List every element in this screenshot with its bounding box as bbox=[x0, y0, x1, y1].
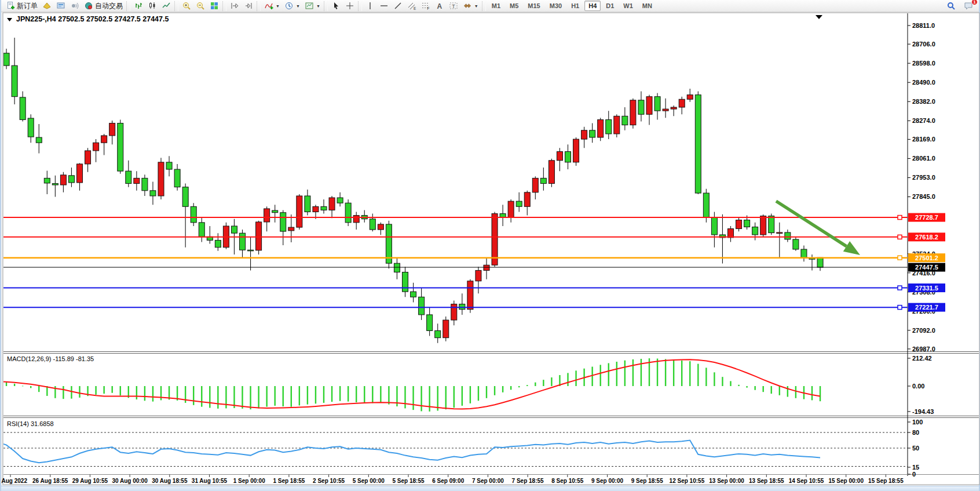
price-tick-label: 28169.0 bbox=[912, 136, 935, 143]
svg-text:E: E bbox=[414, 6, 416, 10]
rsi-tick-label: 50 bbox=[912, 445, 919, 452]
date-label: 13 Sep 18:55 bbox=[749, 478, 784, 484]
date-label: 30 Aug 18:55 bbox=[152, 478, 188, 484]
cursor-button[interactable] bbox=[329, 1, 343, 12]
autotrade-button[interactable]: 自动交易 bbox=[82, 1, 125, 12]
hline-button[interactable] bbox=[377, 1, 391, 12]
svg-text:F: F bbox=[427, 6, 429, 10]
shapes-button[interactable]: ▼ bbox=[460, 1, 481, 12]
trendline-icon bbox=[393, 1, 403, 10]
fibonacci-icon: F bbox=[421, 1, 430, 10]
crosshair-icon bbox=[345, 1, 354, 10]
price-tick-label: 28598.0 bbox=[912, 60, 935, 67]
timeframe-d1-button[interactable]: D1 bbox=[602, 1, 618, 11]
notification-badge: 1 bbox=[971, 0, 978, 5]
timeframe-m5-button[interactable]: M5 bbox=[506, 1, 522, 11]
chart-profile-button[interactable] bbox=[40, 1, 54, 12]
chart-canvas[interactable]: 28811.028706.028598.028490.028382.028274… bbox=[1, 12, 980, 486]
date-label: 15 Sep 18:55 bbox=[868, 478, 904, 484]
timeframe-h1-button[interactable]: H1 bbox=[567, 1, 583, 11]
hline-handle[interactable] bbox=[898, 216, 902, 220]
templates-button[interactable]: ▼ bbox=[302, 1, 323, 12]
price-tick-label: 27953.0 bbox=[912, 174, 935, 181]
hline-handle[interactable] bbox=[898, 305, 902, 310]
toolbar-separator bbox=[324, 1, 328, 11]
candlestick-chart-button[interactable] bbox=[145, 1, 159, 12]
date-label: 13 Sep 00:00 bbox=[709, 478, 744, 484]
price-tick-label: 26987.0 bbox=[912, 345, 935, 352]
crosshair-button[interactable] bbox=[343, 1, 357, 12]
bar-chart-button[interactable] bbox=[131, 1, 145, 12]
date-label: 1 Sep 00:00 bbox=[233, 478, 265, 484]
indicators-icon bbox=[264, 1, 273, 10]
date-label: 2 Sep 10:55 bbox=[313, 478, 345, 484]
periods-button[interactable]: ▼ bbox=[282, 1, 302, 12]
new-order-button[interactable]: 新订单 bbox=[3, 1, 40, 12]
chevron-down-icon: ▼ bbox=[474, 4, 478, 8]
new-order-icon bbox=[6, 1, 15, 10]
hline-handle[interactable] bbox=[898, 256, 902, 260]
auto-scroll-button[interactable] bbox=[228, 1, 242, 12]
market-watch-button[interactable] bbox=[54, 1, 68, 12]
search-icon bbox=[946, 1, 956, 10]
toolbar: 新订单自动交易▼▼▼EFAT▼M1M5M15M30H1H4D1W1MN1 bbox=[1, 0, 979, 12]
timeframe-m1-button[interactable]: M1 bbox=[488, 1, 504, 11]
rsi-tick-label: 15 bbox=[912, 464, 919, 471]
macd-tick-label: -194.43 bbox=[912, 408, 934, 415]
toolbar-separator bbox=[482, 1, 486, 11]
rsi-tick-label: 100 bbox=[912, 419, 923, 425]
date-label: 7 Sep 18:55 bbox=[512, 478, 544, 484]
channel-button[interactable]: E bbox=[405, 1, 419, 12]
price-tick-label: 28274.0 bbox=[912, 117, 935, 124]
chat-button[interactable]: 1 bbox=[961, 1, 975, 12]
autotrade-icon bbox=[84, 1, 93, 10]
tile-windows-icon bbox=[210, 1, 219, 10]
hline-handle[interactable] bbox=[898, 235, 902, 239]
date-label: 31 Aug 10:55 bbox=[192, 478, 228, 484]
date-label: 5 Sep 00:00 bbox=[353, 478, 385, 484]
hline-handle[interactable] bbox=[898, 286, 902, 290]
timeframe-h4-button[interactable]: H4 bbox=[584, 1, 601, 11]
search-button[interactable] bbox=[944, 1, 958, 12]
date-label: 26 Aug 18:55 bbox=[32, 478, 68, 484]
new-order-button-label: 新订单 bbox=[17, 1, 38, 11]
date-label: 29 Aug 10:55 bbox=[72, 478, 108, 484]
date-label: 8 Sep 10:55 bbox=[551, 478, 583, 484]
rsi-tick-label: 0 bbox=[912, 471, 916, 478]
timeframe-m15-button[interactable]: M15 bbox=[524, 1, 544, 11]
macd-tick-label: 212.42 bbox=[912, 355, 932, 362]
label-button[interactable]: T bbox=[447, 1, 460, 12]
line-chart-button[interactable] bbox=[159, 1, 173, 12]
fibonacci-button[interactable]: F bbox=[419, 1, 433, 12]
date-label: 30 Aug 00:00 bbox=[112, 478, 148, 484]
chevron-down-icon: ▼ bbox=[276, 4, 280, 8]
price-tick-label: 28382.0 bbox=[912, 98, 935, 105]
cursor-icon bbox=[331, 1, 341, 10]
sound-button[interactable] bbox=[68, 1, 82, 12]
zoom-in-icon bbox=[182, 1, 191, 10]
price-tick-label: 27845.0 bbox=[912, 193, 935, 200]
price-tick-label: 28061.0 bbox=[912, 155, 935, 162]
zoom-in-button[interactable] bbox=[180, 1, 193, 12]
chart-shift-button[interactable] bbox=[242, 1, 255, 12]
rsi-tick-label: 80 bbox=[912, 429, 919, 436]
macd-tick-label: 0.00 bbox=[912, 383, 924, 390]
svg-text:T: T bbox=[452, 3, 455, 9]
shapes-icon bbox=[463, 1, 472, 10]
date-label: 26 Aug 2022 bbox=[1, 478, 27, 484]
hline-icon bbox=[379, 1, 389, 10]
vline-button[interactable] bbox=[363, 1, 377, 12]
date-label: 1 Sep 18:55 bbox=[273, 478, 305, 484]
svg-text:A: A bbox=[437, 2, 442, 10]
date-label: 12 Sep 10:55 bbox=[670, 478, 705, 484]
date-label: 6 Sep 09:00 bbox=[432, 478, 464, 484]
zoom-out-button[interactable] bbox=[193, 1, 207, 12]
timeframe-mn-button[interactable]: MN bbox=[638, 1, 656, 11]
timeframe-w1-button[interactable]: W1 bbox=[619, 1, 637, 11]
tile-windows-button[interactable] bbox=[207, 1, 221, 12]
trendline-button[interactable] bbox=[391, 1, 405, 12]
timeframe-m30-button[interactable]: M30 bbox=[546, 1, 566, 11]
text-button[interactable]: A bbox=[433, 1, 447, 12]
indicators-button[interactable]: ▼ bbox=[262, 1, 282, 12]
hline-price-label: 27618.2 bbox=[915, 234, 938, 241]
